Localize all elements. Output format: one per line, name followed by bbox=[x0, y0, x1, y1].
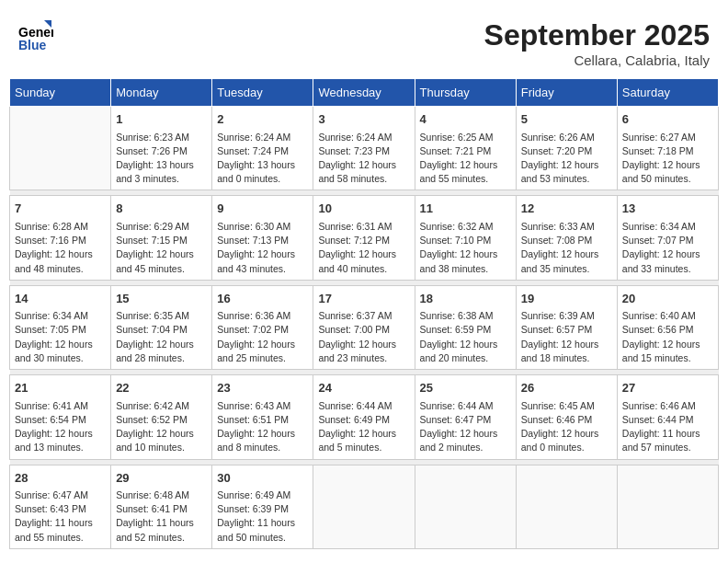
calendar-cell: 23Sunrise: 6:43 AM Sunset: 6:51 PM Dayli… bbox=[212, 375, 313, 459]
day-info: Sunrise: 6:28 AM Sunset: 7:16 PM Dayligh… bbox=[15, 220, 106, 276]
day-number: 18 bbox=[420, 290, 511, 308]
weekday-header-saturday: Saturday bbox=[617, 79, 718, 107]
day-info: Sunrise: 6:25 AM Sunset: 7:21 PM Dayligh… bbox=[420, 131, 511, 187]
calendar-cell: 2Sunrise: 6:24 AM Sunset: 7:24 PM Daylig… bbox=[212, 107, 313, 190]
calendar-cell: 28Sunrise: 6:47 AM Sunset: 6:43 PM Dayli… bbox=[10, 465, 111, 548]
day-info: Sunrise: 6:32 AM Sunset: 7:10 PM Dayligh… bbox=[420, 220, 511, 276]
day-info: Sunrise: 6:43 AM Sunset: 6:51 PM Dayligh… bbox=[217, 399, 308, 455]
calendar-cell: 10Sunrise: 6:31 AM Sunset: 7:12 PM Dayli… bbox=[313, 196, 415, 280]
day-number: 24 bbox=[318, 379, 409, 397]
calendar-cell: 19Sunrise: 6:39 AM Sunset: 6:57 PM Dayli… bbox=[516, 285, 617, 369]
calendar-cell: 25Sunrise: 6:44 AM Sunset: 6:47 PM Dayli… bbox=[415, 375, 516, 459]
logo-icon: General Blue bbox=[18, 18, 53, 53]
calendar-cell: 4Sunrise: 6:25 AM Sunset: 7:21 PM Daylig… bbox=[415, 107, 516, 190]
day-info: Sunrise: 6:24 AM Sunset: 7:24 PM Dayligh… bbox=[217, 131, 308, 187]
weekday-header-tuesday: Tuesday bbox=[212, 79, 313, 107]
title-area: September 2025 Cellara, Calabria, Italy bbox=[484, 18, 710, 68]
month-title: September 2025 bbox=[484, 18, 710, 52]
day-number: 4 bbox=[420, 110, 511, 129]
day-info: Sunrise: 6:26 AM Sunset: 7:20 PM Dayligh… bbox=[521, 131, 612, 187]
calendar-cell: 3Sunrise: 6:24 AM Sunset: 7:23 PM Daylig… bbox=[313, 107, 415, 190]
calendar-cell: 17Sunrise: 6:37 AM Sunset: 7:00 PM Dayli… bbox=[313, 285, 415, 369]
day-number: 10 bbox=[318, 200, 409, 218]
day-number: 2 bbox=[217, 110, 308, 129]
week-row-4: 21Sunrise: 6:41 AM Sunset: 6:54 PM Dayli… bbox=[10, 375, 719, 459]
calendar-cell: 16Sunrise: 6:36 AM Sunset: 7:02 PM Dayli… bbox=[212, 285, 313, 369]
day-number: 20 bbox=[622, 290, 713, 308]
day-number: 5 bbox=[521, 110, 612, 129]
day-info: Sunrise: 6:38 AM Sunset: 6:59 PM Dayligh… bbox=[420, 309, 511, 365]
calendar-cell: 13Sunrise: 6:34 AM Sunset: 7:07 PM Dayli… bbox=[617, 196, 718, 280]
day-number: 21 bbox=[15, 379, 106, 397]
day-number: 7 bbox=[15, 200, 106, 218]
calendar-cell: 1Sunrise: 6:23 AM Sunset: 7:26 PM Daylig… bbox=[111, 107, 212, 190]
day-info: Sunrise: 6:30 AM Sunset: 7:13 PM Dayligh… bbox=[217, 220, 308, 276]
day-info: Sunrise: 6:45 AM Sunset: 6:46 PM Dayligh… bbox=[521, 399, 612, 455]
day-info: Sunrise: 6:41 AM Sunset: 6:54 PM Dayligh… bbox=[15, 399, 106, 455]
calendar-cell: 29Sunrise: 6:48 AM Sunset: 6:41 PM Dayli… bbox=[111, 465, 212, 548]
day-info: Sunrise: 6:44 AM Sunset: 6:49 PM Dayligh… bbox=[318, 399, 409, 455]
day-info: Sunrise: 6:23 AM Sunset: 7:26 PM Dayligh… bbox=[116, 131, 207, 187]
calendar-cell bbox=[415, 465, 516, 548]
day-number: 11 bbox=[420, 200, 511, 218]
day-number: 27 bbox=[622, 379, 713, 397]
logo: General Blue bbox=[18, 18, 53, 53]
calendar-cell: 12Sunrise: 6:33 AM Sunset: 7:08 PM Dayli… bbox=[516, 196, 617, 280]
calendar-cell: 15Sunrise: 6:35 AM Sunset: 7:04 PM Dayli… bbox=[111, 285, 212, 369]
day-info: Sunrise: 6:33 AM Sunset: 7:08 PM Dayligh… bbox=[521, 220, 612, 276]
day-info: Sunrise: 6:27 AM Sunset: 7:18 PM Dayligh… bbox=[622, 131, 713, 187]
day-info: Sunrise: 6:40 AM Sunset: 6:56 PM Dayligh… bbox=[622, 309, 713, 365]
day-number: 9 bbox=[217, 200, 308, 218]
calendar-cell bbox=[516, 465, 617, 548]
weekday-header-row: SundayMondayTuesdayWednesdayThursdayFrid… bbox=[10, 79, 719, 107]
calendar-cell: 24Sunrise: 6:44 AM Sunset: 6:49 PM Dayli… bbox=[313, 375, 415, 459]
calendar-cell: 22Sunrise: 6:42 AM Sunset: 6:52 PM Dayli… bbox=[111, 375, 212, 459]
day-number: 23 bbox=[217, 379, 308, 397]
calendar-cell: 18Sunrise: 6:38 AM Sunset: 6:59 PM Dayli… bbox=[415, 285, 516, 369]
weekday-header-monday: Monday bbox=[111, 79, 212, 107]
day-number: 1 bbox=[116, 110, 207, 129]
calendar-cell: 8Sunrise: 6:29 AM Sunset: 7:15 PM Daylig… bbox=[111, 196, 212, 280]
weekday-header-friday: Friday bbox=[516, 79, 617, 107]
calendar-cell bbox=[617, 465, 718, 548]
calendar-cell: 9Sunrise: 6:30 AM Sunset: 7:13 PM Daylig… bbox=[212, 196, 313, 280]
day-number: 16 bbox=[217, 290, 308, 308]
weekday-header-thursday: Thursday bbox=[415, 79, 516, 107]
day-number: 26 bbox=[521, 379, 612, 397]
calendar-cell: 26Sunrise: 6:45 AM Sunset: 6:46 PM Dayli… bbox=[516, 375, 617, 459]
day-number: 15 bbox=[116, 290, 207, 308]
calendar-cell: 14Sunrise: 6:34 AM Sunset: 7:05 PM Dayli… bbox=[10, 285, 111, 369]
page-header: General Blue September 2025 Cellara, Cal… bbox=[9, 9, 719, 73]
day-info: Sunrise: 6:49 AM Sunset: 6:39 PM Dayligh… bbox=[217, 488, 308, 545]
calendar-cell bbox=[10, 107, 111, 190]
day-number: 17 bbox=[318, 290, 409, 308]
week-row-1: 1Sunrise: 6:23 AM Sunset: 7:26 PM Daylig… bbox=[10, 107, 719, 190]
day-number: 12 bbox=[521, 200, 612, 218]
day-number: 3 bbox=[318, 110, 409, 129]
weekday-header-sunday: Sunday bbox=[10, 79, 111, 107]
day-info: Sunrise: 6:37 AM Sunset: 7:00 PM Dayligh… bbox=[318, 309, 409, 365]
week-row-2: 7Sunrise: 6:28 AM Sunset: 7:16 PM Daylig… bbox=[10, 196, 719, 280]
calendar-cell: 11Sunrise: 6:32 AM Sunset: 7:10 PM Dayli… bbox=[415, 196, 516, 280]
day-info: Sunrise: 6:44 AM Sunset: 6:47 PM Dayligh… bbox=[420, 399, 511, 455]
day-number: 29 bbox=[116, 469, 207, 488]
day-info: Sunrise: 6:42 AM Sunset: 6:52 PM Dayligh… bbox=[116, 399, 207, 455]
day-number: 28 bbox=[15, 469, 106, 488]
week-row-3: 14Sunrise: 6:34 AM Sunset: 7:05 PM Dayli… bbox=[10, 285, 719, 369]
day-info: Sunrise: 6:29 AM Sunset: 7:15 PM Dayligh… bbox=[116, 220, 207, 276]
day-info: Sunrise: 6:39 AM Sunset: 6:57 PM Dayligh… bbox=[521, 309, 612, 365]
day-info: Sunrise: 6:24 AM Sunset: 7:23 PM Dayligh… bbox=[318, 131, 409, 187]
calendar-cell bbox=[313, 465, 415, 548]
day-info: Sunrise: 6:34 AM Sunset: 7:05 PM Dayligh… bbox=[15, 309, 106, 365]
day-number: 6 bbox=[622, 110, 713, 129]
day-number: 8 bbox=[116, 200, 207, 218]
location: Cellara, Calabria, Italy bbox=[484, 52, 710, 68]
day-info: Sunrise: 6:47 AM Sunset: 6:43 PM Dayligh… bbox=[15, 488, 106, 545]
calendar-cell: 5Sunrise: 6:26 AM Sunset: 7:20 PM Daylig… bbox=[516, 107, 617, 190]
calendar-cell: 20Sunrise: 6:40 AM Sunset: 6:56 PM Dayli… bbox=[617, 285, 718, 369]
calendar-cell: 30Sunrise: 6:49 AM Sunset: 6:39 PM Dayli… bbox=[212, 465, 313, 548]
day-info: Sunrise: 6:31 AM Sunset: 7:12 PM Dayligh… bbox=[318, 220, 409, 276]
day-info: Sunrise: 6:36 AM Sunset: 7:02 PM Dayligh… bbox=[217, 309, 308, 365]
calendar-cell: 6Sunrise: 6:27 AM Sunset: 7:18 PM Daylig… bbox=[617, 107, 718, 190]
day-info: Sunrise: 6:34 AM Sunset: 7:07 PM Dayligh… bbox=[622, 220, 713, 276]
